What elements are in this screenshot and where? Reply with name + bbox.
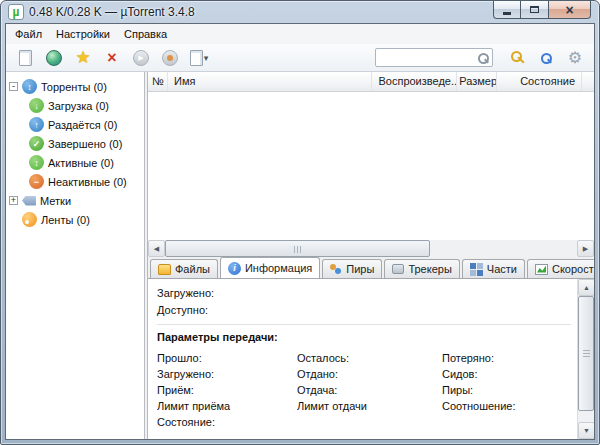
sidebar-item-seeding[interactable]: ↑ Раздаётся (0): [6, 115, 144, 134]
scroll-right-icon[interactable]: ▶: [577, 240, 594, 257]
column-number[interactable]: №: [148, 72, 168, 91]
menu-file[interactable]: Файл: [8, 25, 49, 43]
transfer-header: Параметры передачи:: [157, 331, 571, 343]
seeding-icon: ↑: [29, 117, 44, 132]
scroll-down-icon[interactable]: ▼: [578, 422, 595, 439]
horizontal-scrollbar[interactable]: ◀ ▶: [148, 240, 594, 257]
window-title: 0.48 K/0.28 K — µTorrent 3.4.8: [29, 5, 195, 19]
tab-pieces[interactable]: Части: [462, 259, 525, 278]
inactive-icon: −: [29, 174, 44, 189]
add-torrent-button[interactable]: [12, 46, 38, 70]
sidebar-item-label: Активные (0): [48, 157, 114, 169]
maximize-button[interactable]: [521, 1, 549, 19]
status-label: Состояние:: [157, 416, 297, 429]
search-input[interactable]: [376, 52, 477, 64]
ratio-label: Соотношение:: [442, 400, 571, 413]
close-button[interactable]: ×: [549, 1, 591, 19]
tab-files[interactable]: Файлы: [150, 259, 218, 278]
information-panel: Загружено: Доступно: Параметры передачи:…: [148, 278, 594, 439]
utorrent-logo-icon: µ: [8, 4, 24, 20]
column-playback[interactable]: Воспроизведе...: [372, 72, 457, 91]
search-icon[interactable]: [477, 52, 489, 64]
minimize-button[interactable]: [493, 1, 521, 19]
create-torrent-button[interactable]: ▾: [186, 46, 212, 70]
sidebar-item-torrents[interactable]: - ↕ Торренты (0): [6, 77, 144, 96]
vertical-scroll-thumb[interactable]: [578, 296, 594, 411]
downloaded-label: Загружено:: [157, 287, 571, 304]
tab-label: Части: [487, 263, 517, 275]
remove-x-icon: ×: [107, 50, 116, 66]
tab-label: Пиры: [346, 263, 374, 275]
maximize-icon: [530, 6, 539, 13]
rss-feed-icon: [22, 212, 37, 227]
empty-cell: [442, 416, 571, 429]
uploaded-label: Отдано:: [297, 368, 442, 381]
upload-limit-label: Лимит отдачи: [297, 400, 442, 413]
column-name[interactable]: Имя: [168, 72, 373, 91]
torrents-icon: ↕: [22, 79, 37, 94]
start-icon: ▶: [133, 50, 149, 66]
titlebar[interactable]: µ 0.48 K/0.28 K — µTorrent 3.4.8 ×: [1, 1, 599, 23]
utorrent-window: µ 0.48 K/0.28 K — µTorrent 3.4.8 × Файл …: [0, 0, 600, 445]
sidebar-item-label: Торренты (0): [41, 81, 107, 93]
menu-settings[interactable]: Настройки: [49, 25, 117, 43]
remote-key-button[interactable]: [504, 46, 530, 70]
star-button[interactable]: ★: [70, 46, 96, 70]
settings-button[interactable]: ⚙: [562, 46, 588, 70]
start-button[interactable]: ▶: [128, 46, 154, 70]
sidebar-item-label: Загрузка (0): [48, 100, 109, 112]
torrent-list-empty[interactable]: [148, 92, 594, 240]
seeds-label: Сидов:: [442, 368, 571, 381]
download-speed-label: Приём:: [157, 384, 297, 397]
download-icon: ↓: [29, 98, 44, 113]
sidebar-item-labels[interactable]: + Метки: [6, 191, 144, 210]
add-link-button[interactable]: [41, 46, 67, 70]
sidebar-item-downloading[interactable]: ↓ Загрузка (0): [6, 96, 144, 115]
detail-tabbar: Файлы i Информация Пиры Трекеры: [148, 257, 594, 278]
info-icon: i: [228, 262, 241, 275]
pieces-icon: [470, 263, 476, 269]
torrent-pane: № Имя Воспроизведе... Размер Состояние ◀…: [147, 72, 594, 439]
remove-button[interactable]: ×: [99, 46, 125, 70]
completed-icon: ✓: [29, 136, 44, 151]
tab-information[interactable]: i Информация: [220, 257, 320, 278]
sidebar-item-feeds[interactable]: Ленты (0): [6, 210, 144, 229]
document-icon: [19, 50, 32, 66]
sidebar-item-inactive[interactable]: − Неактивные (0): [6, 172, 144, 191]
menubar: Файл Настройки Справка: [6, 24, 594, 44]
key-icon: [510, 50, 525, 65]
sidebar-item-completed[interactable]: ✓ Завершено (0): [6, 134, 144, 153]
expand-expander[interactable]: +: [9, 196, 18, 205]
column-size[interactable]: Размер: [457, 72, 497, 91]
column-status[interactable]: Состояние: [497, 72, 582, 91]
scroll-up-icon[interactable]: ▲: [578, 279, 595, 296]
sidebar-item-label: Неактивные (0): [48, 176, 127, 188]
label-tag-icon: [22, 196, 36, 206]
horizontal-scroll-thumb[interactable]: [165, 240, 430, 257]
collapse-expander[interactable]: -: [9, 82, 18, 91]
tab-speed[interactable]: Скорость: [527, 259, 594, 278]
tab-peers[interactable]: Пиры: [322, 259, 382, 278]
empty-cell: [297, 416, 442, 429]
scroll-left-icon[interactable]: ◀: [148, 240, 165, 257]
globe-icon: [46, 50, 62, 66]
files-icon: [158, 264, 171, 275]
sidebar-item-active[interactable]: ↕ Активные (0): [6, 153, 144, 172]
sidebar-item-label: Метки: [40, 195, 71, 207]
main-area: - ↕ Торренты (0) ↓ Загрузка (0) ↑ Раздаё…: [6, 72, 594, 439]
pause-button[interactable]: [157, 46, 183, 70]
column-filler: [582, 72, 594, 91]
vertical-scrollbar[interactable]: ▲ ▼: [577, 279, 594, 439]
tab-trackers[interactable]: Трекеры: [384, 259, 459, 278]
sidebar-item-label: Раздаётся (0): [48, 119, 117, 131]
tab-label: Трекеры: [408, 263, 451, 275]
find-button[interactable]: [533, 46, 559, 70]
menu-help[interactable]: Справка: [117, 25, 174, 43]
search-box: [375, 48, 493, 67]
active-icon: ↕: [29, 155, 44, 170]
sidebar-item-label: Ленты (0): [41, 214, 90, 226]
trackers-icon: [392, 264, 404, 274]
elapsed-label: Прошло:: [157, 352, 297, 365]
tab-label: Файлы: [175, 263, 210, 275]
pause-icon: [162, 50, 178, 66]
